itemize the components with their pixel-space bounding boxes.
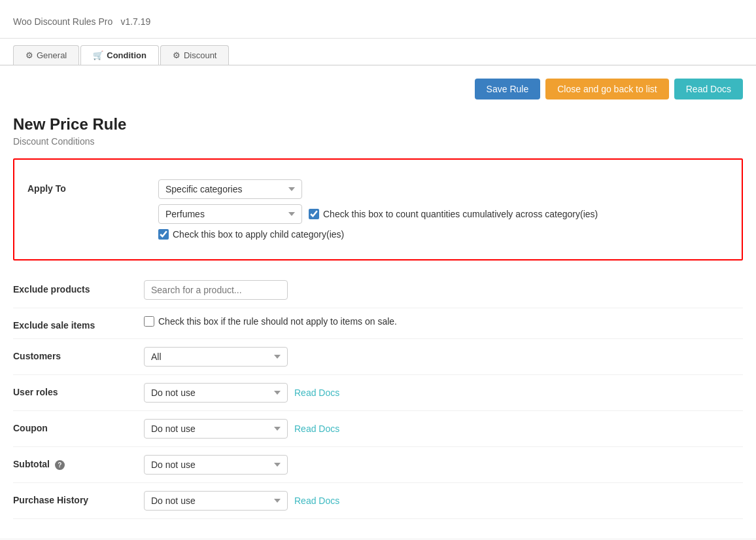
customers-row: Customers All [13, 339, 743, 375]
cumulative-checkbox[interactable] [309, 209, 319, 219]
purchase-history-dropdown[interactable]: Do not use [144, 491, 288, 511]
purchase-history-inline: Do not use Read Docs [144, 491, 743, 511]
app-version: v1.7.19 [120, 16, 150, 27]
tab-discount[interactable]: ⚙ Discount [160, 45, 230, 65]
coupon-label: Coupon [13, 419, 144, 433]
subtotal-label: Subtotal ? [13, 455, 144, 470]
apply-to-label: Apply To [27, 179, 158, 194]
apply-to-dropdown[interactable]: Specific categories All products Specifi… [158, 179, 302, 199]
tab-general-label: General [37, 50, 67, 60]
main-content: Save Rule Close and go back to list Read… [0, 65, 756, 532]
discount-icon: ⚙ [173, 50, 180, 60]
page-header: Woo Discount Rules Pro v1.7.19 [0, 0, 756, 39]
purchase-history-control: Do not use Read Docs [144, 491, 743, 511]
exclude-products-label: Exclude products [13, 280, 144, 295]
save-rule-button[interactable]: Save Rule [475, 79, 541, 99]
coupon-row: Coupon Do not use Read Docs [13, 411, 743, 447]
general-icon: ⚙ [26, 50, 33, 60]
user-roles-control: Do not use Read Docs [144, 383, 743, 403]
customers-control: All [144, 347, 743, 367]
exclude-sale-label: Exclude sale items [13, 316, 144, 331]
customers-dropdown[interactable]: All [144, 347, 288, 367]
subtotal-row: Subtotal ? Do not use [13, 447, 743, 483]
purchase-history-read-docs[interactable]: Read Docs [294, 495, 339, 506]
subtotal-help-icon[interactable]: ? [55, 460, 65, 470]
tab-condition[interactable]: 🛒 Condition [80, 45, 159, 65]
close-button[interactable]: Close and go back to list [545, 79, 669, 99]
condition-icon: 🛒 [93, 50, 103, 60]
user-roles-dropdown[interactable]: Do not use [144, 383, 288, 403]
apply-to-section: Apply To Specific categories All product… [13, 158, 743, 261]
exclude-sale-checkbox[interactable] [144, 316, 154, 327]
category-dropdown[interactable]: Perfumes [158, 204, 302, 224]
additional-conditions: Exclude products Exclude sale items Chec… [13, 272, 743, 519]
exclude-products-input[interactable] [144, 280, 288, 300]
tabs-bar: ⚙ General 🛒 Condition ⚙ Discount [0, 39, 756, 65]
category-inline-row: Perfumes Check this box to count quantit… [158, 204, 729, 224]
user-roles-label: User roles [13, 383, 144, 397]
customers-label: Customers [13, 347, 144, 361]
read-docs-button[interactable]: Read Docs [674, 79, 743, 99]
exclude-products-control [144, 280, 743, 300]
user-roles-read-docs[interactable]: Read Docs [294, 387, 339, 398]
cumulative-label: Check this box to count quantities cumul… [323, 209, 598, 219]
subtotal-dropdown[interactable]: Do not use [144, 455, 288, 475]
exclude-products-row: Exclude products [13, 272, 743, 308]
app-title-text: Woo Discount Rules Pro [13, 16, 112, 27]
rule-subtitle: Discount Conditions [13, 136, 743, 147]
user-roles-inline: Do not use Read Docs [144, 383, 743, 403]
app-title: Woo Discount Rules Pro v1.7.19 [13, 12, 150, 28]
exclude-sale-checkbox-row: Check this box if the rule should not ap… [144, 316, 743, 327]
child-category-checkbox[interactable] [158, 229, 169, 240]
coupon-control: Do not use Read Docs [144, 419, 743, 439]
purchase-history-row: Purchase History Do not use Read Docs [13, 483, 743, 519]
child-category-label: Check this box to apply child category(i… [173, 229, 344, 240]
rule-title: New Price Rule [13, 115, 743, 134]
tab-condition-label: Condition [107, 50, 146, 60]
cumulative-checkbox-row: Check this box to count quantities cumul… [309, 209, 598, 219]
subtotal-control: Do not use [144, 455, 743, 475]
apply-to-row: Apply To Specific categories All product… [27, 171, 729, 247]
apply-to-controls: Specific categories All products Specifi… [158, 179, 729, 240]
coupon-read-docs[interactable]: Read Docs [294, 423, 339, 434]
coupon-inline: Do not use Read Docs [144, 419, 743, 439]
purchase-history-label: Purchase History [13, 491, 144, 505]
exclude-sale-row: Exclude sale items Check this box if the… [13, 308, 743, 339]
user-roles-row: User roles Do not use Read Docs [13, 375, 743, 411]
exclude-sale-control: Check this box if the rule should not ap… [144, 316, 743, 327]
coupon-dropdown[interactable]: Do not use [144, 419, 288, 439]
child-category-checkbox-row: Check this box to apply child category(i… [158, 229, 729, 240]
tab-general[interactable]: ⚙ General [13, 45, 79, 65]
exclude-sale-checkbox-label: Check this box if the rule should not ap… [158, 316, 397, 327]
subtotal-label-text: Subtotal [13, 459, 50, 469]
action-buttons: Save Rule Close and go back to list Read… [13, 79, 743, 99]
tab-discount-label: Discount [184, 50, 217, 60]
